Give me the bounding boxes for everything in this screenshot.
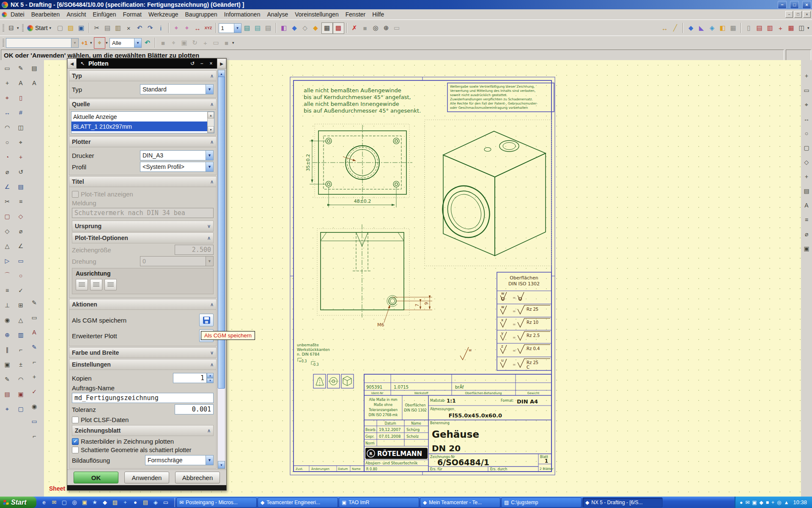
- section-farbe-breite[interactable]: Farbe und Breite∨: [69, 347, 217, 358]
- section-ursprung[interactable]: Ursprung∨: [72, 221, 214, 232]
- left-toolbar-icon[interactable]: ✓: [15, 285, 26, 296]
- quick-launch-icon[interactable]: ▤: [141, 498, 150, 507]
- dialog-reset-icon[interactable]: ↺: [189, 61, 196, 66]
- layer-toolbar-icon[interactable]: ▤: [263, 23, 274, 33]
- tray-icon[interactable]: ●: [740, 500, 743, 505]
- feature-toolbar-icon[interactable]: ▦: [728, 23, 738, 33]
- left-toolbar-icon[interactable]: ▤: [15, 181, 26, 192]
- left-toolbar-icon[interactable]: ◉: [2, 315, 13, 326]
- left-toolbar-icon[interactable]: ∠: [2, 181, 13, 192]
- quick-launch-icon[interactable]: ✉: [50, 498, 58, 507]
- view-style-icon[interactable]: ◇: [300, 23, 310, 33]
- schattiert-checkbox-row[interactable]: Schattierte Geometrie als schattiert plo…: [72, 447, 214, 453]
- tray-icon[interactable]: ▲: [784, 500, 789, 505]
- left-toolbar-icon[interactable]: ▤: [29, 63, 40, 74]
- left-toolbar-icon[interactable]: ✎: [29, 342, 40, 353]
- left-toolbar-icon[interactable]: ⌖: [15, 137, 26, 148]
- start-button[interactable]: Start: [0, 497, 36, 508]
- back-arrow-icon[interactable]: ↶: [142, 38, 153, 48]
- tray-icon[interactable]: ◎: [777, 500, 781, 505]
- right-toolbar-icon[interactable]: ≡: [801, 214, 812, 225]
- dialog-minimize-icon[interactable]: −: [198, 61, 205, 66]
- left-toolbar-icon[interactable]: #: [15, 107, 26, 118]
- task-button-active[interactable]: ◆ NX 5 - Drafting - [6/S...: [582, 497, 663, 508]
- display-toolbar-icon[interactable]: ◎: [370, 23, 381, 33]
- toolbar-overflow-icon[interactable]: ▾: [807, 26, 811, 30]
- display-toolbar-icon[interactable]: ⊕: [381, 23, 392, 33]
- left-toolbar-icon[interactable]: ◠: [2, 122, 13, 133]
- dropdown-caret-icon[interactable]: ▾: [17, 26, 20, 30]
- menu-item[interactable]: Analyse: [263, 10, 291, 19]
- chevron-down-icon[interactable]: ▼: [134, 39, 141, 47]
- left-toolbar-icon[interactable]: ▣: [2, 359, 13, 370]
- left-toolbar-icon[interactable]: ⌖: [2, 403, 13, 414]
- left-toolbar-icon[interactable]: ⌒: [2, 270, 13, 281]
- dialog-close-icon[interactable]: ×: [208, 61, 214, 66]
- ok-button[interactable]: OK: [74, 472, 118, 483]
- quick-launch-icon[interactable]: ◆: [101, 498, 109, 507]
- view-style-icon[interactable]: ◆: [289, 23, 300, 33]
- left-toolbar-icon[interactable]: ⊕: [2, 329, 13, 340]
- plot-dialog-titlebar[interactable]: ◀ ↖ Plotten ↺ − × ▶: [67, 58, 226, 69]
- right-toolbar-icon[interactable]: +: [801, 70, 812, 81]
- mdi-restore-button[interactable]: □: [794, 11, 802, 18]
- left-toolbar-icon[interactable]: +: [15, 152, 26, 163]
- datum-toolbar-icon[interactable]: ↔: [192, 23, 203, 33]
- left-toolbar-icon[interactable]: ∠: [15, 240, 26, 251]
- left-toolbar-icon[interactable]: ◠: [15, 374, 26, 385]
- right-toolbar-icon[interactable]: ▣: [801, 243, 812, 254]
- chevron-down-icon[interactable]: ▼: [234, 24, 241, 33]
- left-toolbar-icon[interactable]: ✓: [29, 386, 40, 397]
- left-toolbar-icon[interactable]: ○: [2, 137, 13, 148]
- left-toolbar-icon[interactable]: ✎: [29, 297, 40, 308]
- left-toolbar-icon[interactable]: ▯: [15, 92, 26, 103]
- left-toolbar-icon[interactable]: ⌀: [15, 226, 26, 237]
- checkbox-checked[interactable]: ✓: [72, 438, 79, 445]
- minimize-button[interactable]: −: [778, 1, 787, 9]
- dropdown-caret-icon[interactable]: ▾: [90, 41, 93, 45]
- quick-launch-icon[interactable]: e: [40, 498, 48, 507]
- left-toolbar-icon[interactable]: ±: [15, 359, 26, 370]
- left-toolbar-icon[interactable]: ○: [15, 270, 26, 281]
- menu-item[interactable]: Format: [120, 10, 145, 19]
- quick-launch-icon[interactable]: ▢: [60, 498, 69, 507]
- toolbar-grip[interactable]: [3, 38, 4, 47]
- left-toolbar-icon[interactable]: ⌖: [2, 92, 13, 103]
- section-zeichnungsblatt[interactable]: Zeichnungsblatt∧: [72, 425, 214, 436]
- menu-item[interactable]: Bearbeiten: [28, 10, 63, 19]
- nx-start-menu[interactable]: Start ▾: [25, 25, 55, 31]
- left-toolbar-icon[interactable]: ◫: [15, 122, 26, 133]
- auftrag-field[interactable]: md_Fertigungszeichnung: [72, 393, 214, 403]
- quick-launch-icon[interactable]: ◎: [70, 498, 79, 507]
- left-toolbar-icon[interactable]: ≡: [15, 196, 26, 207]
- menu-item[interactable]: Informationen: [221, 10, 264, 19]
- left-toolbar-icon[interactable]: ⊞: [15, 300, 26, 311]
- right-toolbar-icon[interactable]: ▭: [801, 85, 812, 96]
- menu-item[interactable]: Hilfe: [369, 10, 387, 19]
- maximize-button[interactable]: □: [790, 1, 799, 9]
- file-toolbar-icon[interactable]: ▢: [55, 23, 66, 33]
- print-icon[interactable]: ⊟: [6, 23, 16, 33]
- drucker-combo[interactable]: DIN_A3▼: [140, 150, 214, 160]
- task-button[interactable]: ◆ Teamcenter Engineeri...: [258, 497, 338, 508]
- section-plot-titel-optionen[interactable]: Plot-Titel-Optionen∧: [72, 232, 214, 243]
- left-toolbar-icon[interactable]: ⌀: [2, 166, 13, 177]
- dialog-nav-forward-icon[interactable]: ▶: [217, 58, 226, 69]
- list-item[interactable]: Aktuelle Anzeige: [71, 112, 207, 121]
- tray-icon[interactable]: ■: [766, 500, 769, 505]
- align-right-button[interactable]: [104, 279, 117, 290]
- feature-toolbar-icon[interactable]: ◣: [696, 23, 707, 33]
- quick-launch-icon[interactable]: +: [121, 498, 129, 507]
- align-left-button[interactable]: [76, 279, 88, 290]
- layer-combo[interactable]: 1 ▼: [219, 23, 241, 33]
- right-toolbar-icon[interactable]: ▤: [801, 185, 812, 196]
- menu-item[interactable]: Ansicht: [63, 10, 89, 19]
- toleranz-field[interactable]: 0.001: [175, 404, 214, 414]
- drafting-toolbar-icon[interactable]: ▤: [754, 23, 765, 33]
- left-toolbar-icon[interactable]: ✎: [15, 63, 26, 74]
- quick-launch-icon[interactable]: ◈: [151, 498, 160, 507]
- drafting-toolbar-icon[interactable]: ◫: [796, 23, 807, 33]
- left-toolbar-icon[interactable]: ✎: [2, 374, 13, 385]
- left-toolbar-icon[interactable]: ⌐: [15, 344, 26, 355]
- left-toolbar-icon[interactable]: ▥: [15, 329, 26, 340]
